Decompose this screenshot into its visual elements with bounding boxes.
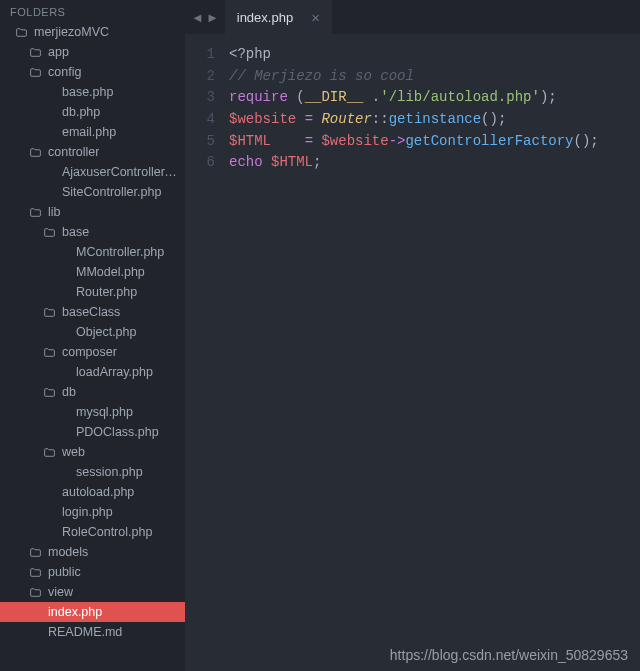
folder-item[interactable]: web [0, 442, 185, 462]
file-icon [56, 285, 70, 299]
file-icon [56, 245, 70, 259]
folder-icon [28, 565, 42, 579]
line-number: 2 [185, 66, 215, 88]
sidebar-header: FOLDERS [0, 0, 185, 22]
file-icon [42, 105, 56, 119]
file-icon [28, 625, 42, 639]
tree-item-label: web [62, 445, 85, 459]
tree-item-label: view [48, 585, 73, 599]
line-number: 3 [185, 87, 215, 109]
folder-item[interactable]: app [0, 42, 185, 62]
file-item[interactable]: AjaxuserController.php [0, 162, 185, 182]
folder-item[interactable]: view [0, 582, 185, 602]
nav-arrows: ◄ ► [185, 10, 225, 25]
folder-item[interactable]: base [0, 222, 185, 242]
editor: ◄ ► index.php × 123456 <?php// Merjiezo … [185, 0, 640, 671]
tree-item-label: SiteController.php [62, 185, 161, 199]
sidebar: FOLDERS merjiezoMVCappconfigbase.phpdb.p… [0, 0, 185, 671]
folder-icon [28, 145, 42, 159]
file-item[interactable]: session.php [0, 462, 185, 482]
code-line: echo $HTML; [229, 152, 640, 174]
tree-item-label: app [48, 45, 69, 59]
folder-icon [28, 65, 42, 79]
tree-item-label: MModel.php [76, 265, 145, 279]
code-line: <?php [229, 44, 640, 66]
file-item[interactable]: autoload.php [0, 482, 185, 502]
line-gutter: 123456 [185, 34, 223, 671]
folder-item[interactable]: config [0, 62, 185, 82]
file-item[interactable]: RoleControl.php [0, 522, 185, 542]
file-item[interactable]: README.md [0, 622, 185, 642]
file-tree[interactable]: merjiezoMVCappconfigbase.phpdb.phpemail.… [0, 22, 185, 671]
tab-label: index.php [237, 10, 293, 25]
line-number: 6 [185, 152, 215, 174]
tree-item-label: RoleControl.php [62, 525, 152, 539]
tab-active[interactable]: index.php × [225, 0, 332, 34]
file-item[interactable]: mysql.php [0, 402, 185, 422]
tree-item-label: MController.php [76, 245, 164, 259]
tree-item-label: PDOClass.php [76, 425, 159, 439]
tree-item-label: base.php [62, 85, 113, 99]
folder-icon [42, 445, 56, 459]
code-line: $website = Router::getinstance(); [229, 109, 640, 131]
tree-item-label: session.php [76, 465, 143, 479]
tree-item-label: base [62, 225, 89, 239]
file-icon [56, 325, 70, 339]
tree-item-label: index.php [48, 605, 102, 619]
code-content[interactable]: <?php// Merjiezo is so coolrequire (__DI… [223, 34, 640, 671]
file-item[interactable]: login.php [0, 502, 185, 522]
file-item[interactable]: MController.php [0, 242, 185, 262]
tree-item-label: db.php [62, 105, 100, 119]
line-number: 1 [185, 44, 215, 66]
folder-icon [28, 585, 42, 599]
tree-item-label: loadArray.php [76, 365, 153, 379]
file-icon [56, 265, 70, 279]
file-item[interactable]: index.php [0, 602, 185, 622]
file-icon [56, 465, 70, 479]
file-icon [42, 165, 56, 179]
file-icon [28, 605, 42, 619]
file-item[interactable]: base.php [0, 82, 185, 102]
folder-item[interactable]: controller [0, 142, 185, 162]
tree-item-label: db [62, 385, 76, 399]
tree-item-label: baseClass [62, 305, 120, 319]
folder-item[interactable]: models [0, 542, 185, 562]
file-icon [42, 485, 56, 499]
folder-item[interactable]: lib [0, 202, 185, 222]
folder-icon [28, 545, 42, 559]
file-item[interactable]: MModel.php [0, 262, 185, 282]
folder-item[interactable]: merjiezoMVC [0, 22, 185, 42]
file-icon [42, 505, 56, 519]
line-number: 5 [185, 131, 215, 153]
file-item[interactable]: Router.php [0, 282, 185, 302]
folder-item[interactable]: db [0, 382, 185, 402]
code-area[interactable]: 123456 <?php// Merjiezo is so coolrequir… [185, 34, 640, 671]
nav-right-icon[interactable]: ► [206, 10, 219, 25]
folder-item[interactable]: public [0, 562, 185, 582]
file-item[interactable]: PDOClass.php [0, 422, 185, 442]
tree-item-label: login.php [62, 505, 113, 519]
tree-item-label: README.md [48, 625, 122, 639]
file-icon [56, 365, 70, 379]
file-item[interactable]: email.php [0, 122, 185, 142]
file-icon [42, 85, 56, 99]
folder-icon [42, 385, 56, 399]
close-icon[interactable]: × [311, 9, 320, 26]
tree-item-label: composer [62, 345, 117, 359]
folder-item[interactable]: composer [0, 342, 185, 362]
tree-item-label: config [48, 65, 81, 79]
folder-icon [28, 205, 42, 219]
tab-bar: ◄ ► index.php × [185, 0, 640, 34]
file-item[interactable]: Object.php [0, 322, 185, 342]
tree-item-label: Router.php [76, 285, 137, 299]
folder-icon [28, 45, 42, 59]
watermark: https://blog.csdn.net/weixin_50829653 [390, 647, 628, 663]
tree-item-label: autoload.php [62, 485, 134, 499]
file-item[interactable]: db.php [0, 102, 185, 122]
tree-item-label: Object.php [76, 325, 136, 339]
file-item[interactable]: loadArray.php [0, 362, 185, 382]
folder-item[interactable]: baseClass [0, 302, 185, 322]
file-item[interactable]: SiteController.php [0, 182, 185, 202]
nav-left-icon[interactable]: ◄ [191, 10, 204, 25]
line-number: 4 [185, 109, 215, 131]
